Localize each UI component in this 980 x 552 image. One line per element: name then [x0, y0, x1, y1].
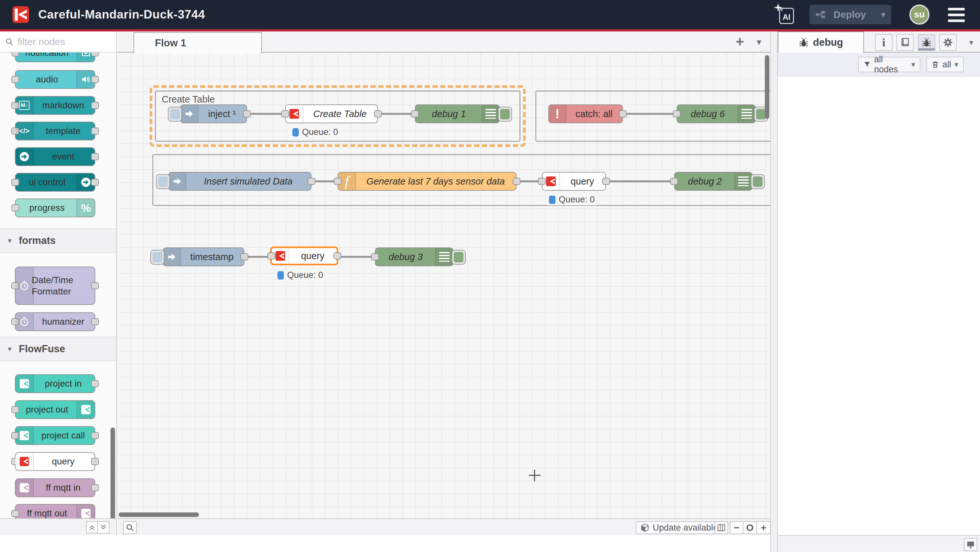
port-in[interactable] — [281, 110, 289, 117]
expand-all-button[interactable] — [98, 521, 110, 533]
wire[interactable] — [622, 113, 677, 115]
palette-node-event[interactable]: event — [15, 147, 95, 166]
open-in-window-button[interactable] — [964, 538, 977, 551]
palette-node-ff-mqtt-in[interactable]: ff mqtt in — [15, 479, 95, 497]
deploy-caret-icon[interactable]: ▾ — [881, 10, 885, 20]
palette-node-progress[interactable]: progress % — [15, 198, 95, 217]
add-flow-button[interactable]: + — [732, 34, 748, 49]
node-debug-1[interactable]: debug 1 — [415, 104, 500, 123]
port-out[interactable] — [243, 110, 251, 117]
deploy-button[interactable]: Deploy ▾ — [810, 5, 891, 24]
palette-category-formats[interactable]: ▾ formats — [0, 228, 116, 253]
palette-scrollbar[interactable] — [110, 428, 115, 518]
port-out[interactable] — [91, 76, 99, 83]
port-out[interactable] — [91, 432, 99, 439]
port-out[interactable] — [91, 458, 99, 465]
palette-node-project-in[interactable]: project in — [15, 374, 95, 393]
node-query-a[interactable]: query — [542, 172, 606, 191]
palette-category-flowfuse[interactable]: ▾ FlowFuse — [0, 337, 116, 361]
port-out[interactable] — [334, 252, 341, 260]
port-in[interactable] — [11, 510, 19, 517]
port-in[interactable] — [371, 253, 379, 260]
help-tab-button[interactable] — [896, 34, 914, 51]
canvas-horizontal-scrollbar[interactable] — [119, 512, 199, 517]
sidebar-separator[interactable] — [770, 32, 778, 552]
port-out[interactable] — [91, 128, 99, 135]
sidebar-tab-debug[interactable]: debug — [778, 32, 864, 53]
palette-node-markdown[interactable]: M↓ markdown — [15, 96, 95, 115]
update-available-button[interactable]: Update available — [636, 521, 722, 534]
port-out[interactable] — [91, 53, 99, 56]
port-in[interactable] — [267, 252, 275, 260]
node-query-b-selected[interactable]: query — [270, 246, 338, 265]
debug-toggle-button[interactable] — [498, 107, 512, 121]
port-out[interactable] — [91, 102, 99, 109]
port-out[interactable] — [91, 282, 99, 289]
wire[interactable] — [377, 113, 415, 115]
palette-node-datetime-formatter[interactable]: Date/Time Formatter — [15, 266, 95, 305]
canvas-vertical-scrollbar[interactable] — [765, 55, 769, 119]
wire[interactable] — [605, 180, 675, 182]
palette-search[interactable] — [0, 32, 116, 53]
canvas-search-button[interactable] — [123, 521, 137, 534]
sidebar-more-button[interactable]: ▾ — [963, 34, 980, 51]
port-in[interactable] — [11, 406, 19, 413]
node-catch-all[interactable]: ! catch: all — [548, 104, 623, 123]
port-in[interactable] — [670, 178, 678, 185]
palette-node-template[interactable]: </> template — [15, 121, 95, 140]
port-out[interactable] — [619, 110, 627, 117]
user-avatar[interactable]: su — [909, 5, 929, 25]
debug-filter-button[interactable]: all nodes ▾ — [858, 57, 920, 72]
palette-node-query[interactable]: query — [15, 452, 95, 471]
debug-toggle-button[interactable] — [751, 174, 765, 189]
inject-button[interactable] — [150, 250, 165, 265]
port-in[interactable] — [538, 178, 546, 185]
node-create-table[interactable]: Create Table — [285, 104, 378, 123]
node-debug-2[interactable]: debug 2 — [674, 172, 752, 191]
palette-node-notification[interactable]: notification — [15, 53, 95, 62]
port-in[interactable] — [11, 179, 19, 186]
port-out[interactable] — [91, 484, 99, 491]
debug-tab-button[interactable] — [918, 34, 935, 51]
port-out[interactable] — [513, 178, 520, 185]
node-timestamp[interactable]: timestamp — [163, 247, 244, 266]
inject-button[interactable] — [168, 107, 182, 121]
main-menu-button[interactable] — [948, 8, 965, 22]
flow-canvas[interactable]: Create Table inject ¹ Create Table Queue — [117, 53, 770, 518]
palette-node-ff-mqtt-out[interactable]: ff mqtt out — [15, 504, 95, 518]
port-in[interactable] — [411, 110, 419, 117]
port-in[interactable] — [334, 178, 342, 185]
tab-flow1[interactable]: Flow 1 — [134, 32, 262, 53]
port-out[interactable] — [91, 179, 99, 186]
port-out[interactable] — [91, 318, 99, 325]
info-tab-button[interactable]: i — [875, 34, 892, 51]
node-inject-1[interactable]: inject ¹ — [180, 104, 247, 123]
port-out[interactable] — [374, 110, 382, 117]
port-out[interactable] — [602, 178, 610, 185]
collapse-all-button[interactable] — [86, 521, 98, 533]
palette-node-project-out[interactable]: project out — [15, 400, 95, 419]
palette-node-project-call[interactable]: project call — [15, 426, 95, 445]
palette-search-input[interactable] — [18, 36, 102, 47]
ai-assistant-button[interactable]: AI — [775, 5, 794, 24]
node-debug-6[interactable]: debug 6 — [677, 104, 756, 123]
port-in[interactable] — [11, 76, 19, 83]
port-out[interactable] — [91, 153, 99, 160]
palette-node-ui-control[interactable]: ui control — [15, 173, 95, 191]
zoom-in-button[interactable]: + — [757, 521, 771, 534]
port-out[interactable] — [307, 178, 315, 185]
palette-node-humanizer[interactable]: humanizer — [15, 312, 95, 331]
node-debug-3[interactable]: debug 3 — [375, 247, 453, 266]
port-out[interactable] — [240, 253, 248, 260]
palette-scroll-area[interactable]: notification audio M↓ markdown </> templ… — [0, 53, 116, 518]
port-out[interactable] — [91, 380, 99, 387]
config-tab-button[interactable] — [939, 34, 957, 51]
port-in[interactable] — [673, 110, 681, 117]
zoom-out-button[interactable]: − — [730, 521, 743, 534]
debug-clear-button[interactable]: all ▾ — [926, 57, 964, 72]
navigator-map-button[interactable] — [714, 521, 728, 534]
port-in[interactable] — [11, 53, 19, 56]
port-in[interactable] — [11, 204, 19, 211]
node-generate-sensor-data[interactable]: f Generate last 7 days sensor data — [338, 172, 517, 191]
debug-message-list[interactable] — [778, 77, 980, 535]
